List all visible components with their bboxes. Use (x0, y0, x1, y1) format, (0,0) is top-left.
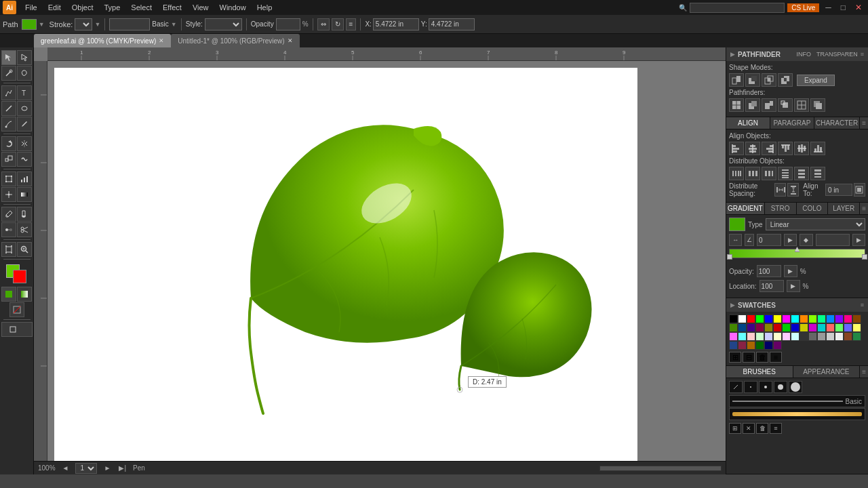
menu-effect[interactable]: Effect (158, 2, 186, 13)
swatch-item[interactable] (826, 332, 835, 341)
basic-brush-row[interactable]: Basic (729, 395, 865, 407)
align-top-btn[interactable] (778, 142, 793, 155)
intersect-shape-btn[interactable] (762, 73, 776, 87)
screen-mode-btn[interactable] (1, 322, 33, 337)
swatch-item[interactable] (808, 332, 817, 341)
align-spacing-input[interactable] (825, 184, 852, 196)
stroke-arrow[interactable]: ▼ (94, 21, 100, 28)
trim-btn[interactable] (745, 98, 760, 112)
rotate-tool[interactable] (1, 136, 16, 151)
tab-untitled-close[interactable]: ✕ (288, 37, 293, 44)
color-mode-btn[interactable] (1, 287, 16, 302)
paint-bucket-tool[interactable] (17, 207, 32, 222)
align-center-v-btn[interactable] (794, 142, 809, 155)
artboard-tool[interactable] (1, 242, 16, 257)
swatch-libraries-btn[interactable]: ≡ (770, 352, 782, 363)
add-shape-btn[interactable] (729, 73, 744, 87)
tab-untitled[interactable]: Untitled-1* @ 100% (RGB/Preview) ✕ (171, 34, 299, 47)
menu-window[interactable]: Window (215, 2, 251, 13)
warp-tool[interactable] (17, 152, 32, 167)
brush-small-dot-btn[interactable] (744, 381, 757, 393)
swatch-item[interactable] (817, 314, 826, 323)
tab-greenleaf-close[interactable]: ✕ (159, 37, 164, 44)
menu-help[interactable]: Help (252, 2, 277, 13)
menu-type[interactable]: Type (100, 2, 125, 13)
select-tool[interactable] (1, 50, 16, 65)
prev-artboard[interactable]: ◄ (61, 464, 71, 472)
fill-arrow[interactable]: ▼ (39, 21, 45, 28)
swatch-item[interactable] (808, 314, 817, 323)
delete-swatch-btn[interactable]: 🗑 (756, 352, 768, 363)
character-tab[interactable]: CHARACTER (814, 117, 860, 129)
swatches-header[interactable]: ▶ SWATCHES ≡ (726, 298, 868, 312)
reflect-tool[interactable] (17, 136, 32, 151)
swatch-item[interactable] (835, 314, 844, 323)
swatch-item[interactable] (773, 341, 782, 350)
brush-med-dot-btn[interactable] (759, 381, 772, 393)
last-artboard[interactable]: ▶| (117, 464, 127, 472)
minimize-button[interactable]: ─ (822, 3, 835, 12)
swatch-item[interactable] (773, 314, 782, 323)
gradient-tool[interactable] (17, 187, 32, 202)
align-right-btn[interactable] (762, 142, 776, 155)
swatch-item[interactable] (852, 314, 861, 323)
brush-options-btn[interactable]: ✕ (743, 423, 755, 434)
align-to-selection-btn[interactable] (854, 183, 865, 197)
pathfinder-transparent-tab[interactable]: TRANSPAREN (816, 51, 858, 58)
align-icon-btn[interactable]: ≡ (346, 18, 357, 30)
stroke-color-swatch[interactable] (13, 270, 26, 283)
brush-libraries-btn[interactable]: ≡ (770, 423, 782, 434)
swatch-item[interactable] (791, 332, 800, 341)
divide-btn[interactable] (729, 98, 744, 112)
swatch-item[interactable] (729, 323, 738, 332)
swatch-item[interactable] (773, 323, 782, 332)
gradient-stop-left[interactable] (727, 254, 732, 260)
next-artboard[interactable]: ► (102, 464, 112, 472)
swatch-item[interactable] (817, 323, 826, 332)
gradient-angle-input[interactable] (757, 234, 781, 246)
menu-object[interactable]: Object (67, 2, 98, 13)
scroll-bar-h[interactable] (599, 466, 722, 471)
swatch-item[interactable] (773, 332, 782, 341)
swatch-item[interactable] (835, 323, 844, 332)
maximize-button[interactable]: □ (837, 3, 849, 12)
gradient-options-btn[interactable]: ≡ (860, 203, 868, 214)
gradient-midpoint-btn[interactable]: ▶ (852, 234, 865, 246)
paintbrush-tool[interactable] (1, 117, 16, 131)
swatch-item[interactable] (800, 332, 808, 341)
swatch-item[interactable] (747, 341, 755, 350)
scissors-tool[interactable] (17, 222, 32, 237)
swatch-item[interactable] (764, 332, 773, 341)
x-input[interactable] (373, 18, 419, 30)
dist-right-btn[interactable] (762, 167, 776, 180)
expand-button[interactable]: Expand (797, 75, 835, 86)
opacity-input[interactable]: 100 (276, 18, 300, 30)
gradient-preview-box[interactable] (729, 218, 745, 231)
gradient-type-select[interactable]: Linear Radial (766, 218, 865, 230)
swatch-item[interactable] (844, 314, 852, 323)
swatch-item[interactable] (755, 323, 764, 332)
align-options-btn[interactable]: ≡ (860, 117, 868, 129)
swatch-options-btn[interactable]: ⊟ (743, 352, 755, 363)
pen-tool[interactable] (1, 85, 16, 100)
eyedropper-tool[interactable] (1, 207, 16, 222)
decorative-brush-row[interactable] (729, 408, 865, 420)
stroke-tab[interactable]: STRO (765, 203, 797, 214)
y-input[interactable] (429, 18, 475, 30)
dist-left-btn[interactable] (729, 167, 744, 180)
merge-btn[interactable] (762, 98, 776, 112)
gradient-midpoint-input[interactable] (816, 234, 850, 246)
grad-location-arrow[interactable]: ▶ (787, 280, 800, 292)
swatch-item[interactable] (826, 323, 835, 332)
pathfinder-header[interactable]: ▶ PATHFINDER INFO TRANSPAREN ≡ (726, 47, 868, 61)
mesh-tool[interactable] (1, 187, 16, 202)
dist-center-h-btn[interactable] (745, 167, 760, 180)
swatch-item[interactable] (738, 314, 747, 323)
swatches-panel-close[interactable]: ≡ (861, 302, 864, 308)
transform-icon-btn[interactable]: ⇔ (317, 18, 330, 30)
dist-h-spacing-btn[interactable] (774, 183, 786, 197)
menu-file[interactable]: File (20, 2, 42, 13)
new-brush-btn[interactable]: ⊞ (729, 423, 741, 434)
magic-wand-tool[interactable] (1, 66, 16, 81)
tab-greenleaf[interactable]: greenleaf.ai @ 100% (CMYK/Preview) ✕ (34, 34, 171, 47)
